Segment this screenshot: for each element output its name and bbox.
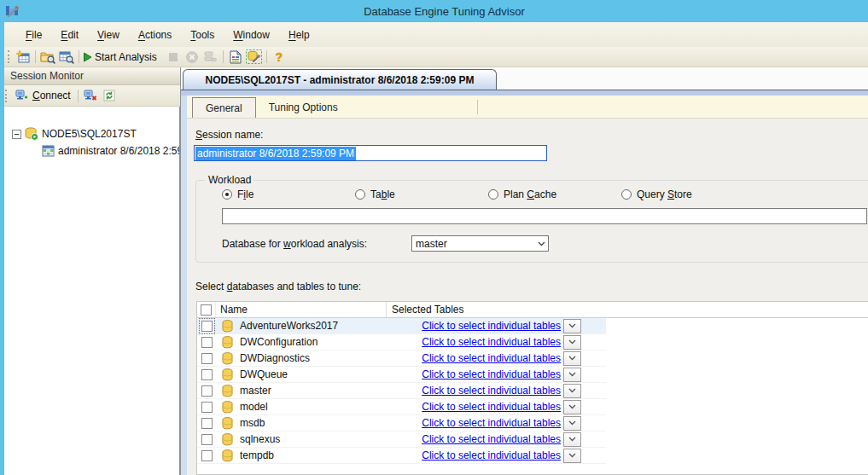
menu-actions[interactable]: Actions bbox=[129, 26, 181, 44]
disconnect-icon[interactable] bbox=[81, 87, 100, 104]
radio-query-store[interactable]: Query Store bbox=[621, 188, 754, 200]
select-all-checkbox[interactable] bbox=[201, 304, 212, 316]
select-individual-tables-link[interactable]: Click to select individual tables bbox=[422, 336, 561, 348]
workload-legend: Workload bbox=[205, 174, 254, 186]
row-checkbox[interactable] bbox=[201, 353, 213, 364]
select-individual-tables-link[interactable]: Click to select individual tables bbox=[422, 449, 561, 461]
checkbox-cell bbox=[197, 321, 216, 332]
connect-icon bbox=[15, 90, 29, 101]
radio-file[interactable]: File bbox=[222, 188, 355, 200]
database-name-cell: msdb bbox=[216, 417, 387, 430]
connect-button[interactable]: Connect bbox=[11, 88, 75, 103]
start-analysis-button[interactable]: Start Analysis bbox=[82, 49, 164, 66]
tables-dropdown-button[interactable] bbox=[563, 319, 581, 333]
session-name-label: Session name: bbox=[195, 129, 868, 141]
tables-dropdown-button[interactable] bbox=[563, 400, 581, 414]
collapse-icon[interactable] bbox=[12, 130, 21, 139]
row-checkbox[interactable] bbox=[201, 418, 213, 429]
select-individual-tables-link[interactable]: Click to select individual tables bbox=[422, 433, 561, 445]
help-icon[interactable]: ? bbox=[270, 49, 288, 66]
tune-database-icon[interactable] bbox=[245, 49, 264, 66]
radio-plan-cache[interactable]: Plan Cache bbox=[488, 188, 621, 200]
document-tab[interactable]: NODE5\SQL2017ST - administrator 8/6/2018… bbox=[183, 69, 497, 90]
tree-node-label: NODE5\SQL2017ST bbox=[42, 128, 137, 140]
select-individual-tables-link[interactable]: Click to select individual tables bbox=[422, 368, 561, 380]
database-for-workload-label: Database for workload analysis: bbox=[222, 238, 372, 250]
tables-dropdown-button[interactable] bbox=[563, 351, 581, 366]
row-checkbox[interactable] bbox=[201, 385, 213, 397]
select-individual-tables-link[interactable]: Click to select individual tables bbox=[422, 401, 561, 413]
select-individual-tables-link[interactable]: Click to select individual tables bbox=[422, 320, 561, 332]
table-row[interactable]: DWConfigurationClick to select individua… bbox=[197, 334, 606, 350]
open-workload-file-icon[interactable] bbox=[38, 49, 57, 66]
menu-view[interactable]: View bbox=[88, 26, 129, 44]
open-workload-table-icon[interactable] bbox=[57, 49, 76, 66]
app-body: FileEditViewActionsToolsWindowHelp bbox=[0, 22, 868, 475]
table-row[interactable]: masterClick to select individual tables bbox=[197, 383, 606, 399]
tables-dropdown-button[interactable] bbox=[563, 384, 581, 398]
refresh-icon[interactable] bbox=[100, 87, 119, 104]
general-tab-page: Session name: administrator 8/6/2018 2:5… bbox=[187, 119, 868, 475]
selected-tables-cell: Click to select individual tables bbox=[387, 416, 584, 431]
tree-node-server[interactable]: NODE5\SQL2017ST bbox=[4, 125, 179, 142]
dta-window: Database Engine Tuning Advisor FileEditV… bbox=[0, 0, 868, 475]
document-tab-row: NODE5\SQL2017ST - administrator 8/6/2018… bbox=[181, 67, 868, 90]
frame-left-strip bbox=[181, 96, 187, 475]
table-row[interactable]: DWQueueClick to select individual tables bbox=[197, 367, 606, 383]
row-checkbox[interactable] bbox=[201, 434, 213, 445]
tables-dropdown-button[interactable] bbox=[563, 449, 581, 463]
databases-grid: Name Selected Tables AdventureWorks2017C… bbox=[196, 301, 868, 475]
start-analysis-label: Start Analysis bbox=[95, 51, 157, 63]
toolbar-separator bbox=[266, 50, 267, 63]
table-row[interactable]: modelClick to select individual tables bbox=[197, 399, 606, 415]
new-session-icon[interactable] bbox=[14, 49, 32, 66]
selected-tables-cell: Click to select individual tables bbox=[387, 335, 584, 350]
menu-file[interactable]: File bbox=[16, 26, 51, 44]
database-name: master bbox=[240, 385, 271, 397]
menu-edit[interactable]: Edit bbox=[51, 26, 88, 44]
tables-dropdown-button[interactable] bbox=[563, 416, 581, 431]
table-row[interactable]: tempdbClick to select individual tables bbox=[197, 448, 606, 464]
column-header-name[interactable]: Name bbox=[216, 302, 387, 317]
select-individual-tables-link[interactable]: Click to select individual tables bbox=[422, 385, 561, 397]
menu-help[interactable]: Help bbox=[279, 26, 319, 44]
tree-node-session[interactable]: administrator 8/6/2018 2:59: bbox=[4, 142, 179, 159]
tables-dropdown-button[interactable] bbox=[563, 368, 581, 382]
row-checkbox[interactable] bbox=[201, 337, 213, 348]
table-row[interactable]: msdbClick to select individual tables bbox=[197, 415, 606, 432]
menu-window[interactable]: Window bbox=[224, 26, 279, 44]
database-name-cell: DWDiagnostics bbox=[216, 352, 387, 365]
workload-radio-row: FileTablePlan CacheQuery Store bbox=[222, 188, 867, 200]
select-individual-tables-link[interactable]: Click to select individual tables bbox=[422, 417, 561, 429]
selected-tables-cell: Click to select individual tables bbox=[387, 432, 584, 447]
session-name-input[interactable]: administrator 8/6/2018 2:59:09 PM bbox=[194, 145, 547, 161]
tables-dropdown-button[interactable] bbox=[563, 432, 581, 447]
report-icon[interactable] bbox=[226, 49, 245, 66]
select-individual-tables-link[interactable]: Click to select individual tables bbox=[422, 352, 561, 364]
menu-tools[interactable]: Tools bbox=[181, 26, 224, 44]
row-checkbox[interactable] bbox=[201, 369, 213, 380]
row-checkbox[interactable] bbox=[201, 402, 213, 413]
database-icon bbox=[222, 433, 233, 446]
tab-general[interactable]: General bbox=[192, 97, 256, 118]
selected-tables-cell: Click to select individual tables bbox=[387, 351, 584, 366]
table-row[interactable]: AdventureWorks2017Click to select indivi… bbox=[197, 318, 606, 334]
tab-tuning-options[interactable]: Tuning Options bbox=[256, 98, 351, 118]
database-combobox[interactable]: master bbox=[411, 235, 549, 252]
radio-label: Query Store bbox=[637, 188, 692, 200]
radio-icon bbox=[488, 189, 498, 200]
page-tabstrip: GeneralTuning Options bbox=[187, 96, 868, 119]
row-checkbox[interactable] bbox=[201, 450, 213, 461]
table-row[interactable]: DWDiagnosticsClick to select individual … bbox=[197, 350, 606, 367]
row-checkbox[interactable] bbox=[201, 321, 213, 332]
table-row[interactable]: sqlnexusClick to select individual table… bbox=[197, 432, 606, 448]
radio-icon bbox=[355, 189, 365, 200]
radio-table[interactable]: Table bbox=[355, 188, 488, 200]
database-name: sqlnexus bbox=[240, 433, 280, 445]
column-header-selected-tables[interactable]: Selected Tables bbox=[387, 302, 584, 317]
checkbox-cell bbox=[197, 353, 216, 364]
workload-file-input[interactable] bbox=[222, 208, 867, 224]
toolbar-separator bbox=[79, 50, 79, 63]
tables-dropdown-button[interactable] bbox=[563, 335, 581, 350]
toolbar-grip bbox=[5, 90, 8, 102]
